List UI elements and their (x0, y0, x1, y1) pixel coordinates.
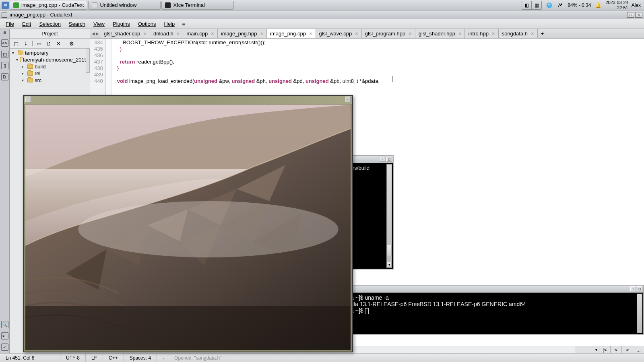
terminal-window-small[interactable]: ▫ ◻ rs/build ▾ (350, 155, 394, 269)
activity-terminal-icon[interactable]: >_ (1, 332, 8, 339)
menu-help[interactable]: Help (161, 20, 178, 28)
activity-file-icon[interactable]: 🗋 (1, 73, 8, 80)
activity-drag-handle[interactable] (4, 31, 6, 34)
folder-open-icon[interactable]: ▢ (13, 40, 19, 47)
tab-group-selector[interactable]: ▾ (575, 346, 599, 353)
menu-more-icon[interactable]: ≡ (182, 21, 185, 27)
tab-close-icon[interactable]: × (531, 31, 534, 37)
scroll-down-button[interactable]: ▾ (387, 262, 392, 267)
menu-selection[interactable]: Selection (36, 20, 64, 28)
window-menu-icon[interactable] (2, 12, 7, 18)
demo-maximize-button[interactable]: ▫ (345, 97, 351, 102)
tab-close-icon[interactable]: × (211, 31, 214, 37)
status-encoding[interactable]: UTF-8 (60, 354, 86, 362)
expander-icon[interactable]: ▸ (22, 64, 26, 69)
tab-next-icon[interactable]: ▶ (96, 31, 99, 36)
terminal-titlebar[interactable]: ▫ ◻ (351, 156, 393, 163)
close-button[interactable]: × (635, 12, 642, 18)
editor-tab[interactable]: glsl_shader.cpp× (101, 29, 150, 38)
tree-item[interactable]: ▾ faemiyah-demoscene_2019 (11, 56, 88, 63)
status-language[interactable]: C++ (103, 354, 124, 362)
status-position[interactable]: Ln 451, Col 6 (0, 354, 60, 362)
tray-globe-icon[interactable]: 🌐 (545, 1, 553, 9)
tray-battery-icon[interactable]: 🗲 (556, 1, 564, 9)
tree-scrollbar[interactable] (86, 49, 90, 73)
tab-close-icon[interactable]: × (355, 31, 358, 37)
menu-edit[interactable]: Edit (19, 20, 34, 28)
tree-root[interactable]: ▾ temporary (11, 49, 88, 56)
editor-tab[interactable]: glsl_program.hpp× (362, 29, 415, 38)
activity-code-icon[interactable]: <> (1, 39, 8, 47)
tray-notification-icon[interactable]: 🔔 (594, 1, 602, 9)
new-tab-button[interactable]: + (538, 29, 547, 38)
shade-button[interactable]: ▫ (380, 157, 386, 162)
tree-item[interactable]: ▸ rel (11, 70, 88, 77)
editor-tab[interactable]: main.cpp× (183, 29, 217, 38)
activity-cube-icon[interactable]: ◫ (1, 51, 8, 58)
menu-file[interactable]: File (2, 20, 17, 28)
menu-options[interactable]: Options (135, 20, 159, 28)
clock[interactable]: 2023-03-24 22:51 (605, 0, 628, 10)
editor-tab[interactable]: songdata.h× (499, 29, 538, 38)
user-name[interactable]: Alex (632, 2, 641, 8)
terminal-scrollbar[interactable] (637, 294, 642, 333)
editor-tab[interactable]: dnload.h× (150, 29, 183, 38)
workspace-2-icon[interactable]: ▦ (532, 1, 541, 9)
demo-titlebar[interactable]: — ▫ (24, 96, 352, 104)
demo-menu-button[interactable]: — (25, 97, 31, 102)
nav-prev-button[interactable]: < (610, 346, 621, 353)
editor-tab[interactable]: glsl_shader.hpp× (415, 29, 465, 38)
clock-date: 2023-03-24 (605, 0, 628, 5)
settings-icon[interactable]: ⚙ (68, 40, 75, 47)
expander-icon[interactable]: ▸ (22, 71, 26, 76)
nav-first-button[interactable]: |< (599, 346, 610, 353)
minimize-button[interactable]: □ (627, 12, 634, 18)
editor-tab[interactable]: glsl_wave.cpp× (316, 29, 362, 38)
new-folder-icon[interactable]: ▭ (36, 40, 42, 47)
activity-bookmark-icon[interactable]: ▯ (1, 62, 8, 69)
delete-icon[interactable]: ✕ (55, 40, 62, 47)
taskbar-app-terminal[interactable]: Xfce Terminal (161, 1, 234, 10)
status-eol[interactable]: LF (86, 354, 103, 362)
save-icon[interactable]: ⭳ (23, 40, 29, 47)
expander-icon[interactable]: ▾ (22, 78, 26, 82)
tab-close-icon[interactable]: × (177, 31, 180, 37)
menu-view[interactable]: View (90, 20, 108, 28)
editor-tab[interactable]: image_png.cpp× (267, 29, 316, 38)
menu-search[interactable]: Search (66, 20, 89, 28)
shade-button[interactable]: ▫ (630, 286, 636, 291)
tab-prev-icon[interactable]: ◀ (92, 31, 95, 36)
start-icon[interactable]: ≅ (2, 2, 9, 9)
editor-titlebar[interactable]: image_png.cpp - CudaText □ × (0, 10, 644, 19)
tree-item[interactable]: ▸ build (11, 63, 88, 70)
nav-more-button[interactable]: ... (633, 346, 644, 353)
terminal-scrollbar[interactable]: ▾ (386, 164, 392, 268)
editor-tab[interactable]: image_png.hpp× (218, 29, 267, 38)
demo-render-window[interactable]: — ▫ (23, 95, 353, 352)
tab-close-icon[interactable]: × (143, 31, 147, 37)
tab-close-icon[interactable]: × (409, 31, 412, 37)
scrollbar-thumb[interactable] (387, 245, 392, 256)
workspace-1-icon[interactable]: ◧ (522, 1, 532, 9)
terminal-titlebar[interactable]: ▫ ◻ (347, 286, 643, 293)
new-file-icon[interactable]: 🗋 (45, 40, 52, 47)
expander-icon[interactable]: ▾ (12, 51, 16, 55)
tab-close-icon[interactable]: × (309, 31, 312, 37)
terminal-window-large[interactable]: ▫ ◻ la ~]$ uname -a ella 13.1-RELEASE-p6… (346, 285, 644, 335)
tree-item[interactable]: ▾ src (11, 77, 88, 84)
maximize-button[interactable]: ◻ (386, 157, 392, 162)
activity-check-icon[interactable]: ✓ (1, 343, 8, 351)
taskbar-app-untitled[interactable]: Untitled window (88, 1, 161, 10)
tab-close-icon[interactable]: × (260, 31, 263, 37)
tab-close-icon[interactable]: × (492, 31, 495, 37)
taskbar-app-cudatext[interactable]: image_png.cpp - CudaText (10, 1, 87, 10)
expander-icon[interactable]: ▾ (16, 58, 18, 62)
nav-next-button[interactable]: > (621, 346, 633, 353)
editor-tab[interactable]: intro.hpp× (465, 29, 498, 38)
menu-plugins[interactable]: Plugins (109, 20, 133, 28)
activity-search-icon[interactable]: 🔍 (1, 321, 8, 328)
project-tree[interactable]: ▾ temporary ▾ faemiyah-demoscene_2019 ▸ … (10, 49, 90, 84)
tab-close-icon[interactable]: × (458, 31, 462, 37)
maximize-button[interactable]: ◻ (637, 286, 642, 291)
status-indent[interactable]: Spaces: 4 (124, 354, 157, 362)
